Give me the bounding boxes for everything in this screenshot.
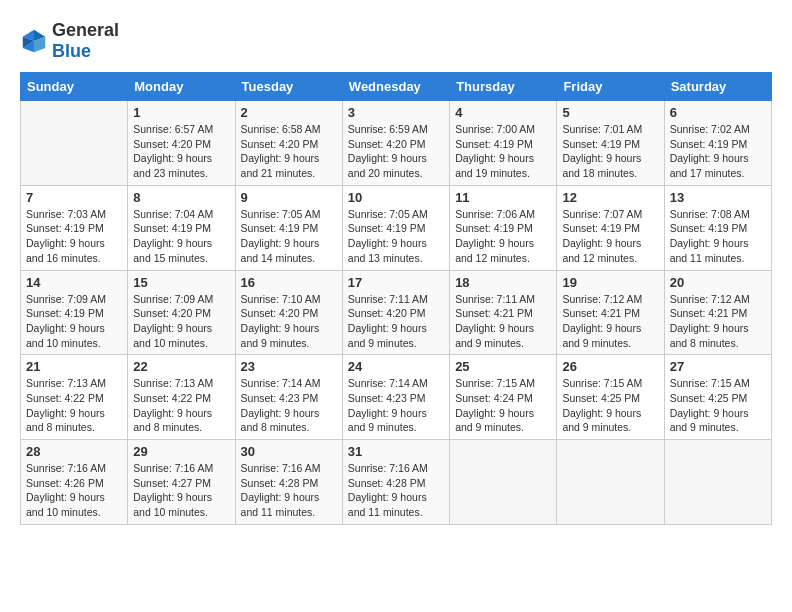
day-number: 13 — [670, 190, 766, 205]
day-info: Sunrise: 7:01 AM Sunset: 4:19 PM Dayligh… — [562, 122, 658, 181]
day-info: Sunrise: 7:14 AM Sunset: 4:23 PM Dayligh… — [348, 376, 444, 435]
calendar-cell: 9Sunrise: 7:05 AM Sunset: 4:19 PM Daylig… — [235, 185, 342, 270]
calendar-cell: 4Sunrise: 7:00 AM Sunset: 4:19 PM Daylig… — [450, 101, 557, 186]
logo: General Blue — [20, 20, 119, 62]
day-number: 20 — [670, 275, 766, 290]
calendar-cell: 5Sunrise: 7:01 AM Sunset: 4:19 PM Daylig… — [557, 101, 664, 186]
day-number: 31 — [348, 444, 444, 459]
calendar-cell: 21Sunrise: 7:13 AM Sunset: 4:22 PM Dayli… — [21, 355, 128, 440]
day-info: Sunrise: 7:16 AM Sunset: 4:28 PM Dayligh… — [348, 461, 444, 520]
calendar-cell — [21, 101, 128, 186]
day-number: 22 — [133, 359, 229, 374]
day-info: Sunrise: 7:11 AM Sunset: 4:21 PM Dayligh… — [455, 292, 551, 351]
calendar-cell: 30Sunrise: 7:16 AM Sunset: 4:28 PM Dayli… — [235, 440, 342, 525]
calendar-week-1: 1Sunrise: 6:57 AM Sunset: 4:20 PM Daylig… — [21, 101, 772, 186]
day-number: 30 — [241, 444, 337, 459]
calendar-cell — [450, 440, 557, 525]
day-number: 29 — [133, 444, 229, 459]
calendar-cell — [557, 440, 664, 525]
day-number: 18 — [455, 275, 551, 290]
calendar-cell: 16Sunrise: 7:10 AM Sunset: 4:20 PM Dayli… — [235, 270, 342, 355]
calendar-cell: 3Sunrise: 6:59 AM Sunset: 4:20 PM Daylig… — [342, 101, 449, 186]
calendar-cell: 2Sunrise: 6:58 AM Sunset: 4:20 PM Daylig… — [235, 101, 342, 186]
day-info: Sunrise: 7:09 AM Sunset: 4:19 PM Dayligh… — [26, 292, 122, 351]
day-number: 24 — [348, 359, 444, 374]
calendar-cell: 8Sunrise: 7:04 AM Sunset: 4:19 PM Daylig… — [128, 185, 235, 270]
day-number: 4 — [455, 105, 551, 120]
calendar-cell: 27Sunrise: 7:15 AM Sunset: 4:25 PM Dayli… — [664, 355, 771, 440]
day-number: 25 — [455, 359, 551, 374]
day-info: Sunrise: 7:05 AM Sunset: 4:19 PM Dayligh… — [241, 207, 337, 266]
calendar-cell: 1Sunrise: 6:57 AM Sunset: 4:20 PM Daylig… — [128, 101, 235, 186]
day-info: Sunrise: 7:04 AM Sunset: 4:19 PM Dayligh… — [133, 207, 229, 266]
day-number: 12 — [562, 190, 658, 205]
day-info: Sunrise: 7:07 AM Sunset: 4:19 PM Dayligh… — [562, 207, 658, 266]
day-info: Sunrise: 7:13 AM Sunset: 4:22 PM Dayligh… — [133, 376, 229, 435]
day-info: Sunrise: 6:58 AM Sunset: 4:20 PM Dayligh… — [241, 122, 337, 181]
day-info: Sunrise: 7:03 AM Sunset: 4:19 PM Dayligh… — [26, 207, 122, 266]
calendar-cell: 25Sunrise: 7:15 AM Sunset: 4:24 PM Dayli… — [450, 355, 557, 440]
calendar-cell: 29Sunrise: 7:16 AM Sunset: 4:27 PM Dayli… — [128, 440, 235, 525]
day-number: 17 — [348, 275, 444, 290]
calendar-week-5: 28Sunrise: 7:16 AM Sunset: 4:26 PM Dayli… — [21, 440, 772, 525]
day-number: 16 — [241, 275, 337, 290]
day-info: Sunrise: 7:05 AM Sunset: 4:19 PM Dayligh… — [348, 207, 444, 266]
calendar-cell: 14Sunrise: 7:09 AM Sunset: 4:19 PM Dayli… — [21, 270, 128, 355]
calendar-cell — [664, 440, 771, 525]
day-info: Sunrise: 7:12 AM Sunset: 4:21 PM Dayligh… — [562, 292, 658, 351]
calendar-cell: 31Sunrise: 7:16 AM Sunset: 4:28 PM Dayli… — [342, 440, 449, 525]
day-info: Sunrise: 7:16 AM Sunset: 4:27 PM Dayligh… — [133, 461, 229, 520]
page-header: General Blue — [20, 20, 772, 62]
calendar-cell: 7Sunrise: 7:03 AM Sunset: 4:19 PM Daylig… — [21, 185, 128, 270]
day-info: Sunrise: 7:15 AM Sunset: 4:25 PM Dayligh… — [562, 376, 658, 435]
day-info: Sunrise: 7:10 AM Sunset: 4:20 PM Dayligh… — [241, 292, 337, 351]
calendar-cell: 23Sunrise: 7:14 AM Sunset: 4:23 PM Dayli… — [235, 355, 342, 440]
day-number: 19 — [562, 275, 658, 290]
day-number: 14 — [26, 275, 122, 290]
day-info: Sunrise: 7:00 AM Sunset: 4:19 PM Dayligh… — [455, 122, 551, 181]
calendar-cell: 17Sunrise: 7:11 AM Sunset: 4:20 PM Dayli… — [342, 270, 449, 355]
day-info: Sunrise: 7:13 AM Sunset: 4:22 PM Dayligh… — [26, 376, 122, 435]
day-info: Sunrise: 7:02 AM Sunset: 4:19 PM Dayligh… — [670, 122, 766, 181]
day-number: 10 — [348, 190, 444, 205]
day-number: 6 — [670, 105, 766, 120]
day-info: Sunrise: 7:12 AM Sunset: 4:21 PM Dayligh… — [670, 292, 766, 351]
day-info: Sunrise: 7:08 AM Sunset: 4:19 PM Dayligh… — [670, 207, 766, 266]
weekday-header-sunday: Sunday — [21, 73, 128, 101]
weekday-header-monday: Monday — [128, 73, 235, 101]
calendar-table: SundayMondayTuesdayWednesdayThursdayFrid… — [20, 72, 772, 525]
day-number: 26 — [562, 359, 658, 374]
calendar-cell: 6Sunrise: 7:02 AM Sunset: 4:19 PM Daylig… — [664, 101, 771, 186]
day-info: Sunrise: 7:14 AM Sunset: 4:23 PM Dayligh… — [241, 376, 337, 435]
day-number: 5 — [562, 105, 658, 120]
day-info: Sunrise: 6:59 AM Sunset: 4:20 PM Dayligh… — [348, 122, 444, 181]
calendar-cell: 22Sunrise: 7:13 AM Sunset: 4:22 PM Dayli… — [128, 355, 235, 440]
day-info: Sunrise: 7:06 AM Sunset: 4:19 PM Dayligh… — [455, 207, 551, 266]
day-number: 8 — [133, 190, 229, 205]
calendar-cell: 26Sunrise: 7:15 AM Sunset: 4:25 PM Dayli… — [557, 355, 664, 440]
day-number: 9 — [241, 190, 337, 205]
day-number: 2 — [241, 105, 337, 120]
calendar-cell: 12Sunrise: 7:07 AM Sunset: 4:19 PM Dayli… — [557, 185, 664, 270]
day-info: Sunrise: 7:09 AM Sunset: 4:20 PM Dayligh… — [133, 292, 229, 351]
calendar-cell: 10Sunrise: 7:05 AM Sunset: 4:19 PM Dayli… — [342, 185, 449, 270]
weekday-header-thursday: Thursday — [450, 73, 557, 101]
day-number: 27 — [670, 359, 766, 374]
day-number: 21 — [26, 359, 122, 374]
weekday-header-tuesday: Tuesday — [235, 73, 342, 101]
weekday-header-saturday: Saturday — [664, 73, 771, 101]
logo-text: General Blue — [52, 20, 119, 62]
day-number: 23 — [241, 359, 337, 374]
weekday-header-friday: Friday — [557, 73, 664, 101]
day-number: 28 — [26, 444, 122, 459]
calendar-cell: 15Sunrise: 7:09 AM Sunset: 4:20 PM Dayli… — [128, 270, 235, 355]
logo-icon — [20, 27, 48, 55]
calendar-week-4: 21Sunrise: 7:13 AM Sunset: 4:22 PM Dayli… — [21, 355, 772, 440]
weekday-header-row: SundayMondayTuesdayWednesdayThursdayFrid… — [21, 73, 772, 101]
day-number: 3 — [348, 105, 444, 120]
calendar-cell: 24Sunrise: 7:14 AM Sunset: 4:23 PM Dayli… — [342, 355, 449, 440]
day-info: Sunrise: 7:15 AM Sunset: 4:25 PM Dayligh… — [670, 376, 766, 435]
day-number: 11 — [455, 190, 551, 205]
day-info: Sunrise: 7:15 AM Sunset: 4:24 PM Dayligh… — [455, 376, 551, 435]
calendar-week-2: 7Sunrise: 7:03 AM Sunset: 4:19 PM Daylig… — [21, 185, 772, 270]
